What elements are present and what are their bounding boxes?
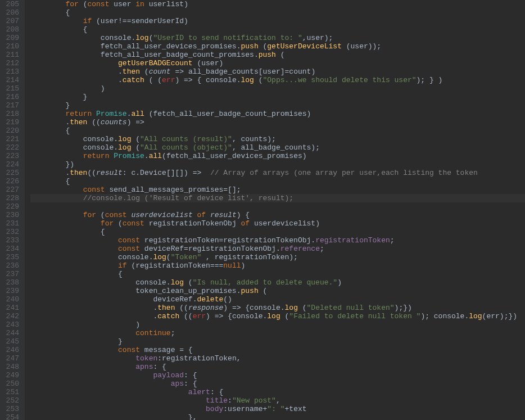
line-number: 215: [4, 84, 19, 93]
line-number-gutter: 2052062072082092102112122132142152162172…: [0, 0, 25, 420]
code-line[interactable]: }): [30, 160, 525, 169]
line-number: 249: [4, 371, 19, 380]
line-number: 205: [4, 0, 19, 8]
code-line[interactable]: console.log ("Is null, added to delete q…: [30, 278, 525, 287]
code-line[interactable]: ): [30, 84, 525, 93]
code-line[interactable]: for (const userdevicelist of result) {: [30, 211, 525, 219]
code-line[interactable]: const deviceRef=registrationTokenObj.ref…: [30, 245, 525, 253]
line-number: 245: [4, 337, 19, 346]
code-line[interactable]: deviceRef.delete(): [30, 295, 525, 304]
code-line[interactable]: {: [30, 25, 525, 34]
line-number: 244: [4, 329, 19, 337]
code-line[interactable]: token_clean_up_promises.push (: [30, 287, 525, 295]
line-number: 214: [4, 76, 19, 84]
line-number: 236: [4, 261, 19, 270]
line-number: 247: [4, 354, 19, 363]
line-number: 253: [4, 405, 19, 413]
code-line[interactable]: for (const registrationTokenObj of userd…: [30, 219, 525, 228]
line-number: 219: [4, 118, 19, 127]
line-number: 238: [4, 278, 19, 287]
line-number: 209: [4, 34, 19, 42]
line-number: 241: [4, 304, 19, 312]
code-line[interactable]: {: [30, 270, 525, 278]
code-line[interactable]: return Promise.all(fetch_all_user_device…: [30, 152, 525, 160]
code-line[interactable]: const send_all_messages_promises=[];: [30, 186, 525, 194]
code-line[interactable]: fetch_all_user_badge_count_promises.push…: [30, 51, 525, 59]
line-number: 239: [4, 287, 19, 295]
line-number: 207: [4, 17, 19, 25]
code-line[interactable]: body:username+": "+text: [30, 405, 525, 413]
code-area[interactable]: for (const user in userlist) { if (user!…: [25, 0, 525, 420]
code-line[interactable]: }: [30, 101, 525, 110]
line-number: 218: [4, 110, 19, 118]
code-line[interactable]: if (registrationToken===null): [30, 261, 525, 270]
line-number: 233: [4, 236, 19, 245]
code-line[interactable]: console.log("Token" , registrationToken)…: [30, 253, 525, 261]
line-number: 217: [4, 101, 19, 110]
line-number: 224: [4, 160, 19, 169]
line-number: 228: [4, 194, 19, 202]
line-number: 250: [4, 380, 19, 388]
code-line[interactable]: console.log("UserID to send notification…: [30, 34, 525, 42]
line-number: 229: [4, 202, 19, 211]
code-line[interactable]: //console.log ('Result of device list', …: [30, 194, 525, 202]
code-line[interactable]: token:registrationToken,: [30, 354, 525, 363]
code-line[interactable]: .then ((response) => {console.log ("Dele…: [30, 304, 525, 312]
code-line[interactable]: continue;: [30, 329, 525, 337]
code-line[interactable]: fetch_all_user_devices_promises.push (ge…: [30, 42, 525, 51]
line-number: 252: [4, 396, 19, 405]
line-number: 227: [4, 186, 19, 194]
line-number: 208: [4, 25, 19, 34]
code-line[interactable]: const message = {: [30, 346, 525, 354]
line-number: 248: [4, 363, 19, 371]
code-line[interactable]: {: [30, 177, 525, 186]
line-number: 222: [4, 143, 19, 152]
line-number: 237: [4, 270, 19, 278]
code-line[interactable]: const registrationToken=registrationToke…: [30, 236, 525, 245]
line-number: 246: [4, 346, 19, 354]
line-number: 213: [4, 67, 19, 76]
line-number: 235: [4, 253, 19, 261]
code-line[interactable]: .then ((counts) =>: [30, 118, 525, 127]
code-line[interactable]: return Promise.all (fetch_all_user_badge…: [30, 110, 525, 118]
code-line[interactable]: console.log ("All counts (result)", coun…: [30, 135, 525, 143]
code-editor: 2052062072082092102112122132142152162172…: [0, 0, 525, 420]
code-line[interactable]: .then (count => all_badge_counts[user]=c…: [30, 67, 525, 76]
code-line[interactable]: for (const user in userlist): [30, 0, 525, 8]
line-number: 231: [4, 219, 19, 228]
code-line[interactable]: getUserBADGEcount (user): [30, 59, 525, 67]
code-line[interactable]: [30, 202, 525, 211]
line-number: 251: [4, 388, 19, 396]
line-number: 234: [4, 245, 19, 253]
code-line[interactable]: {: [30, 127, 525, 135]
code-line[interactable]: .catch ( (err) => { console.log ("Opps..…: [30, 76, 525, 84]
code-line[interactable]: console.log ("All counts (object)", all_…: [30, 143, 525, 152]
code-line[interactable]: aps: {: [30, 380, 525, 388]
code-line[interactable]: apns: {: [30, 363, 525, 371]
code-line[interactable]: {: [30, 228, 525, 236]
code-line[interactable]: {: [30, 8, 525, 17]
line-number: 206: [4, 8, 19, 17]
line-number: 216: [4, 93, 19, 101]
code-line[interactable]: ): [30, 320, 525, 329]
line-number: 254: [4, 413, 19, 420]
code-line[interactable]: .then((result: c.Device[][]) => // Array…: [30, 169, 525, 177]
code-line[interactable]: alert: {: [30, 388, 525, 396]
line-number: 225: [4, 169, 19, 177]
code-line[interactable]: },: [30, 413, 525, 420]
line-number: 212: [4, 59, 19, 67]
code-line[interactable]: if (user!==senderUserId): [30, 17, 525, 25]
line-number: 230: [4, 211, 19, 219]
code-line[interactable]: payload: {: [30, 371, 525, 380]
line-number: 226: [4, 177, 19, 186]
code-line[interactable]: title:"New post",: [30, 396, 525, 405]
line-number: 220: [4, 127, 19, 135]
line-number: 242: [4, 312, 19, 320]
line-number: 243: [4, 320, 19, 329]
line-number: 240: [4, 295, 19, 304]
code-line[interactable]: }: [30, 93, 525, 101]
line-number: 221: [4, 135, 19, 143]
line-number: 211: [4, 51, 19, 59]
code-line[interactable]: }: [30, 337, 525, 346]
code-line[interactable]: .catch ((err) => {console.log ("Failed t…: [30, 312, 525, 320]
